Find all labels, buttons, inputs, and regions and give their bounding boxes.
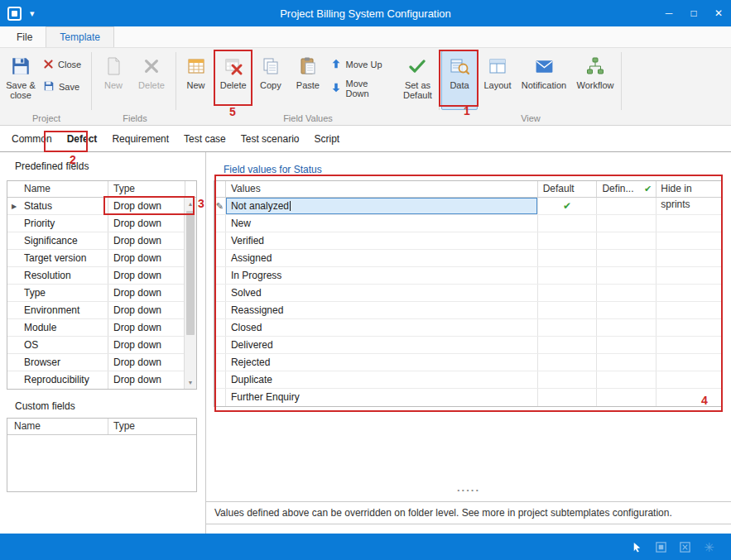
button-label: Set as Default — [398, 80, 437, 100]
value-text: Solved — [226, 285, 538, 301]
predefined-fields-table: Name Type ▶ Status Drop down PriorityDro… — [7, 180, 197, 390]
workflow-view-button[interactable]: Workflow — [572, 50, 618, 110]
value-text: Verified — [226, 232, 538, 249]
table-row[interactable]: ReproducibilityDrop down — [7, 371, 196, 389]
snowflake-icon[interactable]: ✳ — [702, 540, 716, 554]
button-label: Data — [450, 80, 469, 90]
custom-fields-table: Name Type — [7, 418, 197, 492]
ribbon-group-field-values: New Delete Copy — [177, 48, 439, 125]
table-row[interactable]: BrowserDrop down — [7, 354, 196, 371]
column-header-type[interactable]: Type — [108, 419, 196, 434]
template-section-tabs: Common Defect Requirement Test case Test… — [0, 126, 731, 152]
save-and-close-button[interactable]: Save & close — [2, 50, 39, 110]
column-header-values[interactable]: Values — [226, 181, 538, 197]
save-button[interactable]: Save — [43, 79, 81, 95]
delete-field-button[interactable]: Delete — [133, 50, 170, 110]
value-row[interactable]: Duplicate — [214, 371, 721, 389]
group-label-view: View — [440, 113, 621, 123]
scroll-up-icon[interactable]: ▲ — [185, 198, 196, 210]
export-icon[interactable] — [678, 540, 692, 554]
button-label: Delete — [220, 80, 247, 90]
default-cell[interactable]: ✔ — [538, 198, 598, 214]
new-field-button[interactable]: New — [95, 50, 132, 110]
hide-cell[interactable] — [656, 198, 721, 214]
table-row[interactable]: EnvironmentDrop down — [7, 302, 196, 319]
column-header-name[interactable]: Name — [7, 181, 108, 197]
group-label-project: Project — [2, 113, 91, 123]
arrow-down-icon — [330, 82, 342, 95]
value-row[interactable]: Assigned — [214, 250, 721, 267]
column-header-hide-in-sprints[interactable]: Hide in sprints — [656, 181, 721, 197]
paste-button[interactable]: Paste — [290, 50, 325, 110]
copy-button[interactable]: Copy — [252, 50, 288, 110]
table-row[interactable]: ModuleDrop down — [7, 319, 196, 337]
table-row[interactable]: OSDrop down — [7, 337, 196, 354]
table-row[interactable]: ResolutionDrop down — [7, 267, 196, 285]
value-row[interactable]: Delivered — [214, 337, 721, 354]
delete-table-icon — [224, 54, 243, 79]
tab-template[interactable]: Template — [46, 26, 114, 47]
close-template-button[interactable]: Close — [43, 56, 81, 73]
tab-common[interactable]: Common — [4, 126, 60, 151]
tab-file[interactable]: File — [3, 26, 46, 47]
tab-requirement[interactable]: Requirement — [104, 126, 176, 151]
value-row[interactable]: New — [214, 215, 721, 232]
group-label-field-values: Field Values — [177, 113, 439, 123]
value-row[interactable]: Reassigned — [214, 302, 721, 319]
tab-defect[interactable]: Defect — [60, 126, 105, 151]
quick-access-chevron-icon[interactable]: ▾ — [30, 9, 35, 17]
close-x-icon — [43, 59, 54, 71]
field-type: Drop down — [108, 371, 185, 389]
panel-splitter[interactable] — [205, 152, 206, 534]
cursor-icon[interactable] — [630, 540, 644, 554]
layout-view-button[interactable]: Layout — [479, 50, 516, 110]
layout-icon — [488, 54, 507, 79]
column-header-default[interactable]: Default — [538, 181, 598, 197]
column-header-type[interactable]: Type — [108, 181, 185, 197]
value-row[interactable]: Rejected — [214, 354, 721, 371]
maximize-button[interactable]: □ — [681, 0, 706, 26]
scrollbar-thumb[interactable] — [186, 211, 195, 335]
delete-field-value-button[interactable]: Delete — [215, 50, 251, 110]
field-type: Drop down — [108, 354, 185, 371]
check-icon: ✔ — [563, 198, 571, 214]
move-up-button[interactable]: Move Up — [330, 56, 392, 73]
field-type: Drop down — [108, 250, 185, 266]
field-type: Drop down — [108, 319, 185, 336]
minimize-button[interactable]: ─ — [656, 0, 681, 26]
table-row[interactable]: SignificanceDrop down — [7, 232, 196, 250]
table-row-status[interactable]: ▶ Status Drop down — [7, 198, 196, 215]
value-row[interactable]: Solved — [214, 285, 721, 302]
notification-view-button[interactable]: Notification — [517, 50, 570, 110]
table-row[interactable]: Target versionDrop down — [7, 250, 196, 267]
column-header-name[interactable]: Name — [7, 419, 108, 434]
frame-icon[interactable] — [654, 540, 668, 554]
defines-cell[interactable] — [597, 198, 656, 214]
value-cell[interactable]: Not analyzed — [226, 198, 538, 214]
field-values-table: Values Default Defin...✔ Hide in sprints… — [214, 180, 722, 407]
move-down-button[interactable]: Move Down — [330, 80, 392, 97]
horizontal-splitter-handle[interactable]: ..... — [206, 481, 731, 494]
data-view-button[interactable]: Data — [441, 50, 478, 110]
value-text: Delivered — [226, 337, 538, 353]
tab-script[interactable]: Script — [306, 126, 347, 151]
table-row[interactable]: TypeDrop down — [7, 285, 196, 302]
value-row-editing[interactable]: ✎ Not analyzed ✔ — [214, 198, 721, 215]
vertical-scrollbar[interactable]: ▲ ▼ — [184, 198, 196, 389]
value-row[interactable]: Further Enquiry — [214, 389, 721, 406]
value-row[interactable]: Verified — [214, 232, 721, 250]
tab-test-scenario[interactable]: Test scenario — [233, 126, 307, 151]
override-note: Values defined above can be overridden o… — [206, 501, 731, 524]
value-row[interactable]: Closed — [214, 319, 721, 337]
new-field-value-button[interactable]: New — [178, 50, 214, 110]
table-row[interactable]: PriorityDrop down — [7, 215, 196, 232]
status-bar: ✳ — [0, 534, 731, 560]
field-type: Drop down — [108, 267, 185, 284]
tab-test-case[interactable]: Test case — [176, 126, 233, 151]
scroll-down-icon[interactable]: ▼ — [185, 376, 196, 389]
close-button[interactable]: ✕ — [706, 0, 731, 26]
column-header-defines[interactable]: Defin...✔ — [597, 181, 656, 197]
value-row[interactable]: In Progress — [214, 267, 721, 285]
field-name: OS — [21, 337, 108, 353]
set-as-default-button[interactable]: Set as Default — [397, 50, 438, 110]
